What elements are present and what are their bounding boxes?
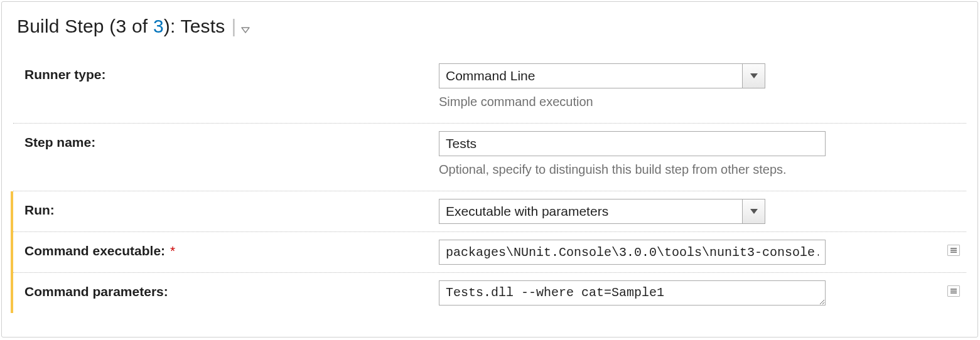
content-step-name: Optional, specify to distinguish this bu… xyxy=(439,131,941,177)
side-step-name xyxy=(941,131,966,136)
chevron-down-icon xyxy=(750,208,758,215)
content-command-executable xyxy=(439,240,941,265)
title-step-current: 3 xyxy=(116,16,126,36)
title-step-total-link[interactable]: 3 xyxy=(153,16,164,36)
title-suffix: ): xyxy=(164,16,181,36)
side-run xyxy=(941,199,966,204)
title-prefix: Build Step ( xyxy=(17,16,116,36)
side-command-executable xyxy=(941,240,966,256)
side-command-parameters xyxy=(941,280,966,297)
parameters-reference-button[interactable] xyxy=(947,245,960,256)
step-name-help: Optional, specify to distinguish this bu… xyxy=(439,162,941,177)
reorder-toggle[interactable] xyxy=(240,24,251,36)
step-name-input[interactable] xyxy=(439,131,826,156)
parameters-reference-button[interactable] xyxy=(947,285,960,297)
chevron-down-icon xyxy=(750,73,758,79)
label-command-executable: Command executable: * xyxy=(24,240,439,258)
label-step-name: Step name: xyxy=(24,131,439,150)
content-command-parameters xyxy=(439,280,941,305)
label-run: Run: xyxy=(24,199,439,218)
form-rows: Runner type: Command Line Simple command… xyxy=(13,56,966,313)
command-parameters-input[interactable] xyxy=(439,280,826,305)
row-command-parameters: Command parameters: xyxy=(13,273,966,313)
runner-type-dropdown-button[interactable] xyxy=(742,64,765,88)
label-command-parameters: Command parameters: xyxy=(24,280,439,299)
run-select[interactable]: Executable with parameters xyxy=(439,199,765,224)
title-step-name: Tests xyxy=(180,16,225,36)
page-title: Build Step (3 of 3): Tests xyxy=(17,16,225,37)
runner-type-value: Command Line xyxy=(439,64,742,88)
row-command-executable: Command executable: * xyxy=(13,232,966,273)
row-runner-type: Runner type: Command Line Simple command… xyxy=(13,56,966,124)
run-dropdown-button[interactable] xyxy=(742,199,765,223)
side-runner-type xyxy=(941,63,966,68)
content-run: Executable with parameters xyxy=(439,199,941,224)
title-separator: | xyxy=(232,16,237,37)
list-icon xyxy=(950,288,957,294)
row-step-name: Step name: Optional, specify to distingu… xyxy=(13,124,966,191)
chevron-down-outline-icon xyxy=(241,26,250,34)
command-executable-input[interactable] xyxy=(439,240,826,265)
required-mark: * xyxy=(170,243,175,258)
runner-type-select[interactable]: Command Line xyxy=(439,63,765,88)
runner-type-help: Simple command execution xyxy=(439,95,941,109)
run-value: Executable with parameters xyxy=(439,199,742,223)
panel-header: Build Step (3 of 3): Tests | xyxy=(13,16,966,37)
row-run: Run: Executable with parameters xyxy=(13,191,966,232)
title-step-middle: of xyxy=(126,16,153,36)
list-icon xyxy=(950,247,957,253)
build-step-panel: Build Step (3 of 3): Tests | Runner type… xyxy=(1,1,978,337)
content-runner-type: Command Line Simple command execution xyxy=(439,63,941,109)
label-runner-type: Runner type: xyxy=(24,63,439,82)
label-command-executable-text: Command executable: xyxy=(24,243,165,258)
highlighted-group: Run: Executable with parameters Command … xyxy=(11,191,966,313)
